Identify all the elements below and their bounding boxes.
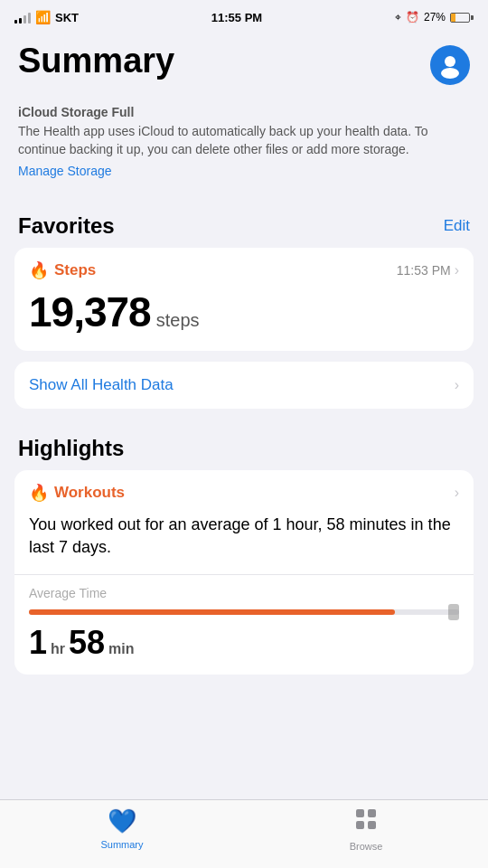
battery-percent: 27% bbox=[424, 11, 446, 24]
favorites-section-header: Favorites Edit bbox=[0, 197, 488, 248]
icloud-notice-text: The Health app uses iCloud to automatica… bbox=[18, 123, 470, 158]
workout-card: 🔥 Workouts › You worked out for an avera… bbox=[14, 470, 474, 674]
avatar-button[interactable] bbox=[430, 45, 470, 85]
show-all-row[interactable]: Show All Health Data › bbox=[14, 362, 474, 409]
workout-chevron-icon: › bbox=[455, 485, 459, 501]
avg-time-minutes: 58 bbox=[69, 624, 105, 662]
steps-label-row: 🔥 Steps bbox=[29, 260, 96, 280]
steps-label: Steps bbox=[54, 261, 96, 279]
workout-header: 🔥 Workouts › bbox=[29, 483, 459, 503]
steps-card-inner: 🔥 Steps 11:53 PM › 19,378 steps bbox=[14, 248, 474, 351]
avg-time-marker bbox=[448, 604, 459, 620]
svg-rect-4 bbox=[356, 821, 364, 829]
steps-unit: steps bbox=[156, 310, 200, 331]
status-bar: 📶 SKT 11:55 PM ⌖ ⏰ 27% bbox=[0, 0, 488, 33]
workout-label: Workouts bbox=[54, 484, 125, 502]
icloud-notice: iCloud Storage Full The Health app uses … bbox=[0, 98, 488, 197]
steps-number: 19,378 bbox=[29, 288, 151, 336]
summary-tab-label: Summary bbox=[100, 839, 143, 850]
carrier-label: SKT bbox=[55, 11, 79, 24]
steps-time-row: 11:53 PM › bbox=[397, 262, 459, 278]
workout-fire-icon: 🔥 bbox=[29, 483, 49, 503]
svg-rect-5 bbox=[368, 821, 376, 829]
favorites-title: Favorites bbox=[18, 213, 115, 239]
highlights-section-header: Highlights bbox=[0, 420, 488, 470]
workout-label-row: 🔥 Workouts bbox=[29, 483, 125, 503]
highlights-title: Highlights bbox=[18, 436, 124, 461]
steps-header: 🔥 Steps 11:53 PM › bbox=[29, 260, 459, 280]
manage-storage-link[interactable]: Manage Storage bbox=[18, 164, 112, 178]
highlights-section: Highlights 🔥 Workouts › You worked out f… bbox=[0, 420, 488, 674]
battery-icon bbox=[450, 13, 474, 23]
status-left: 📶 SKT bbox=[14, 10, 79, 24]
show-all-chevron-icon: › bbox=[455, 377, 459, 393]
page-header: Summary bbox=[0, 33, 488, 98]
avg-time-hours: 1 bbox=[29, 624, 47, 662]
person-icon bbox=[436, 52, 464, 79]
avg-time-hours-unit: hr bbox=[51, 641, 65, 657]
avg-time-label: Average Time bbox=[29, 586, 459, 600]
browse-tab-icon bbox=[354, 807, 378, 837]
svg-point-1 bbox=[441, 68, 459, 79]
show-all-text: Show All Health Data bbox=[29, 376, 174, 394]
svg-point-0 bbox=[445, 56, 455, 67]
steps-card: 🔥 Steps 11:53 PM › 19,378 steps bbox=[14, 248, 474, 351]
workout-description: You worked out for an average of 1 hour,… bbox=[29, 514, 459, 559]
workout-card-inner: 🔥 Workouts › You worked out for an avera… bbox=[14, 470, 474, 672]
avg-time-value: 1 hr 58 min bbox=[29, 624, 459, 673]
location-icon: ⌖ bbox=[395, 11, 401, 24]
status-right: ⌖ ⏰ 27% bbox=[395, 11, 474, 24]
tab-browse[interactable]: Browse bbox=[244, 807, 488, 852]
page-title: Summary bbox=[18, 42, 174, 80]
chevron-right-icon: › bbox=[455, 262, 459, 278]
svg-rect-2 bbox=[356, 809, 364, 817]
alarm-icon: ⏰ bbox=[406, 11, 419, 24]
steps-time: 11:53 PM bbox=[397, 263, 451, 278]
avg-time-bar bbox=[29, 609, 459, 615]
steps-value-row: 19,378 steps bbox=[29, 288, 459, 336]
fire-icon: 🔥 bbox=[29, 260, 49, 280]
browse-tab-label: Browse bbox=[350, 841, 383, 852]
main-content: iCloud Storage Full The Health app uses … bbox=[0, 98, 488, 758]
show-all-card[interactable]: Show All Health Data › bbox=[14, 362, 474, 409]
icloud-notice-title: iCloud Storage Full bbox=[18, 105, 470, 119]
avg-time-section: Average Time 1 hr 58 min bbox=[29, 575, 459, 673]
avg-time-minutes-unit: min bbox=[108, 641, 134, 657]
edit-button[interactable]: Edit bbox=[444, 217, 470, 235]
wifi-icon: 📶 bbox=[35, 10, 51, 24]
svg-rect-3 bbox=[368, 809, 376, 817]
avg-time-bar-fill bbox=[29, 609, 395, 615]
status-time: 11:55 PM bbox=[211, 11, 262, 24]
tab-summary[interactable]: 💙 Summary bbox=[0, 807, 244, 850]
summary-tab-icon: 💙 bbox=[108, 807, 136, 835]
signal-icon bbox=[14, 11, 31, 24]
tab-bar: 💙 Summary Browse bbox=[0, 799, 488, 868]
